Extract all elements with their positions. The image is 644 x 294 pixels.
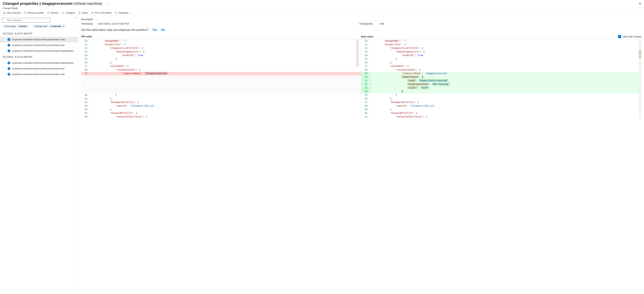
code-line: 11 "properties": {: [81, 43, 361, 46]
code-line: 21 },: [81, 97, 361, 101]
resource-health-button[interactable]: Resource health: [24, 12, 44, 14]
info-icon: i: [8, 50, 10, 52]
pin-icon: [91, 12, 94, 14]
code-line: 14 "enabled": true: [81, 54, 361, 58]
code-line: 25 }: [361, 94, 642, 97]
change-entry[interactable]: iproperties.extended.instanceView.powerS…: [0, 37, 78, 42]
filter-changes-input[interactable]: [2, 18, 50, 22]
checkbox-checked-icon: ✓: [618, 35, 621, 38]
code-line: [81, 79, 361, 83]
changed-by-label: Changed By: [360, 22, 378, 25]
heart-icon: [24, 12, 26, 14]
feedback-yes-button[interactable]: Yes: [152, 28, 157, 32]
code-line: 13 "bootDiagnostics": {: [81, 50, 361, 54]
view-full-context-checkbox[interactable]: ✓ View Full Context: [618, 35, 641, 38]
change-entry-label: properties.extended.instanceView.powerSt…: [12, 50, 74, 52]
change-entry[interactable]: iproperties.extended.instanceView.powerS…: [0, 42, 78, 48]
code-line: 21+ "code": "PowerState/running",: [361, 79, 642, 83]
change-group-header: 3/17/2021, 6:22:25 AM PDT: [0, 54, 78, 60]
title-name: imageprocessvm: [42, 2, 72, 6]
feedback-question: Did this information help you diagnose t…: [81, 28, 148, 32]
change-entry[interactable]: iproperties.extended.instanceView.powerS…: [0, 72, 78, 77]
code-line: 15 }: [361, 58, 642, 61]
pin-button[interactable]: Pin current filters: [91, 12, 112, 14]
code-line: 13 "bootDiagnostics": {: [361, 50, 642, 54]
code-line: 19- "computerName": "imageprocessvm": [81, 72, 361, 76]
svg-point-1: [62, 12, 63, 13]
new-value-pane[interactable]: 10 "managedBy": "",11 "properties": {12 …: [361, 40, 642, 119]
change-entry-label: properties.extended.instanceView.powerSt…: [12, 38, 65, 41]
code-line: 22+ "displayStatus": "VM running",: [361, 83, 642, 86]
code-line: 17 "extended": {: [361, 65, 642, 68]
code-line: 18 "instanceView": {: [81, 68, 361, 72]
code-line: [81, 86, 361, 90]
code-line: 28 "vmSize": "Standard_DS1_v2": [361, 104, 642, 108]
left-panel: « Time range : Custom Change level : 2 s…: [0, 16, 78, 289]
description-value: [98, 18, 360, 21]
code-line: 24 },: [81, 108, 361, 112]
feedback-no-button[interactable]: No: [161, 28, 165, 32]
old-value-pane[interactable]: 10 "managedBy": "",11 "properties": {12 …: [81, 40, 361, 119]
page-subtitle: Change Details: [3, 7, 641, 10]
code-line: 29 },: [361, 108, 642, 112]
code-line: 20+ "powerState": {: [361, 76, 642, 79]
title-suffix: (Virtual machine): [72, 2, 102, 6]
refresh-button[interactable]: Refresh: [47, 12, 59, 14]
code-line: 26 "networkInterfaces": [: [81, 115, 361, 119]
code-line: 17 "extended": {: [81, 65, 361, 68]
code-line: 16 },: [81, 61, 361, 65]
code-line: 22 "hardwareProfile": {: [81, 101, 361, 104]
code-line: 19+ "computerName": "imageprocessvm",: [361, 72, 642, 76]
change-entry[interactable]: iproperties.extended.instanceView.powerS…: [0, 60, 78, 66]
code-line: 10 "managedBy": "",: [361, 40, 642, 43]
code-line: 11 "properties": {: [361, 43, 642, 46]
title-prefix: Changed properties |: [3, 2, 42, 6]
clear-level-filter[interactable]: ✕: [63, 25, 64, 27]
scrollbar-thumb[interactable]: [356, 40, 359, 67]
view-resource-button[interactable]: View resource: [3, 12, 21, 14]
right-panel: Description: Timestamp:03/17/2021, 6:22:…: [78, 16, 644, 289]
timestamp-value: 03/17/2021, 6:22:57 AM PDT: [98, 22, 360, 25]
overview-ruler[interactable]: [639, 40, 641, 119]
more-actions-button[interactable]: ⋯: [107, 2, 110, 6]
change-entry[interactable]: iproperties.extended.instanceView.powerS…: [0, 48, 78, 54]
code-line: 18 "instanceView": {: [361, 68, 642, 72]
code-line: 23 "vmSize": "Standard_DS1_v2": [81, 104, 361, 108]
changed-by-value: N/A: [380, 22, 642, 25]
info-icon: i: [8, 67, 10, 70]
change-group-header: 3/17/2021, 6:22:57 AM PDT: [0, 30, 78, 37]
change-entry-label: properties.extended.instanceView.powerSt…: [12, 44, 64, 46]
change-entry-label: properties.extended.instanceView.powerSt…: [12, 67, 64, 70]
collapse-panel-button[interactable]: «: [76, 16, 77, 19]
code-line: [81, 76, 361, 79]
timestamp-label: Timestamp: [81, 22, 96, 25]
close-button[interactable]: ✕: [639, 2, 641, 6]
code-line: 26 },: [361, 97, 642, 101]
info-icon: i: [8, 44, 10, 46]
code-line: 30 "networkProfile": {: [361, 112, 642, 115]
code-line: 27 "hardwareProfile": {: [361, 101, 642, 104]
configure-button[interactable]: Configure: [62, 12, 75, 14]
code-line: 24+ }: [361, 90, 642, 94]
eye-icon: [3, 12, 6, 14]
refresh-icon: [47, 12, 50, 14]
code-line: 31 "networkInterfaces": [: [361, 115, 642, 119]
old-value-header: Old value: [81, 34, 361, 39]
chevron-down-icon: [129, 12, 132, 14]
code-line: 12 "diagnosticsProfile": {: [361, 46, 642, 50]
time-range-pill[interactable]: Time range : Custom: [2, 24, 30, 28]
code-line: [81, 83, 361, 86]
share-button[interactable]: Share: [78, 12, 88, 14]
code-line: 10 "managedBy": "",: [81, 40, 361, 43]
gear-icon: [62, 12, 64, 14]
svg-point-0: [4, 12, 4, 13]
change-entry-label: properties.extended.instanceView.powerSt…: [12, 62, 74, 64]
code-line: 12 "diagnosticsProfile": {: [81, 46, 361, 50]
code-line: 15 }: [81, 58, 361, 61]
code-line: 23+ "level": "Info": [361, 86, 642, 90]
feedback-button[interactable]: Feedback: [115, 12, 132, 14]
change-entry[interactable]: iproperties.extended.instanceView.powerS…: [0, 66, 78, 72]
page-title: Changed properties | imageprocessvm (Vir…: [3, 2, 103, 6]
change-level-pill[interactable]: Change level : 2 selected✕: [32, 24, 67, 28]
description-label: Description: [81, 18, 96, 21]
